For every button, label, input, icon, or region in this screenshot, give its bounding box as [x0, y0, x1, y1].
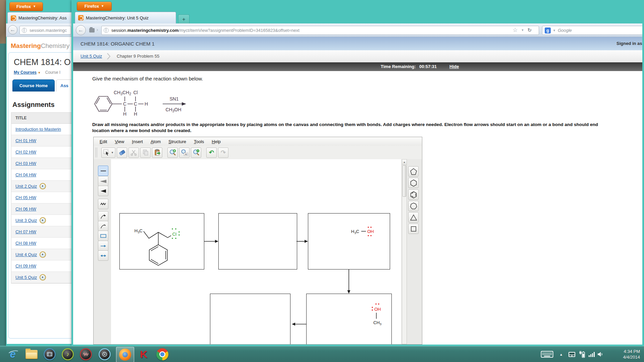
cyclobutane-template-tool[interactable]	[408, 224, 419, 234]
assignment-link[interactable]: Unit 4 Quiz	[15, 252, 37, 257]
assignment-link[interactable]: Introduction to Masterin	[15, 127, 61, 132]
taskbar-internet-explorer-icon[interactable]: e	[5, 346, 20, 362]
menu-tools[interactable]: Tools	[194, 139, 204, 144]
assignment-link[interactable]: Unit 3 Quiz	[15, 218, 37, 223]
zoom-out-button[interactable]	[191, 147, 201, 158]
mechanism-box-product[interactable]: OH CH3	[306, 294, 392, 344]
course-link-partial[interactable]: Course I	[45, 70, 60, 75]
url-bar[interactable]: session.masteringchemistry.com/myct/item…	[101, 26, 539, 35]
scrollbar-thumb[interactable]	[402, 165, 406, 197]
taskbar-disc-app-icon[interactable]	[97, 346, 112, 362]
benzene-template-tool[interactable]	[408, 189, 419, 200]
paste-button[interactable]	[152, 147, 162, 158]
solid-wedge-icon	[100, 187, 107, 195]
scroll-up-arrow-icon[interactable]: ▲	[402, 160, 407, 165]
assignment-link[interactable]: CH 04 HW	[15, 172, 36, 177]
url-bar[interactable]: session.masteringc	[19, 26, 71, 35]
back-button[interactable]: ←	[76, 25, 86, 35]
undo-button[interactable]: ↶	[206, 147, 217, 158]
hashed-wedge-bond-tool[interactable]	[98, 176, 108, 186]
hydroxyl-label: OH	[367, 229, 374, 234]
zoom-in-icon	[169, 149, 176, 156]
back-button[interactable]: ←	[8, 25, 17, 35]
hide-timer-link[interactable]: Hide	[449, 64, 459, 69]
taskbar-file-explorer-icon[interactable]	[24, 346, 39, 362]
double-headed-arrow-tool[interactable]	[98, 250, 108, 261]
menu-edit[interactable]: Edit	[100, 139, 107, 144]
action-center-tray-icon[interactable]	[568, 346, 576, 362]
chevron-down-icon[interactable]: ▼	[521, 28, 524, 32]
eraser-tool-button[interactable]	[117, 147, 127, 158]
assignment-link[interactable]: CH 06 HW	[15, 206, 36, 212]
mechanism-box-start[interactable]: H3C Cl	[119, 213, 204, 269]
select-tool-button[interactable]: ▼	[101, 147, 115, 158]
rectangle-tool[interactable]	[98, 231, 108, 241]
logo-part-2: Chemistry	[41, 42, 70, 49]
menu-help[interactable]: Help	[212, 139, 221, 144]
arrow-tool[interactable]	[98, 241, 108, 251]
assignment-link[interactable]: Unit 2 Quiz	[15, 184, 37, 189]
taskbar-firefox-active[interactable]	[116, 347, 134, 362]
solid-wedge-bond-tool[interactable]	[98, 186, 108, 196]
taskbar-audio-app-icon[interactable]	[78, 346, 93, 362]
taskbar-chrome-icon[interactable]	[154, 346, 170, 362]
assignment-link[interactable]: Unit 5 Quiz	[15, 275, 37, 280]
menu-insert[interactable]: Insert	[132, 139, 143, 144]
volume-tray-icon[interactable]	[597, 346, 604, 362]
menu-structure[interactable]: Structure	[168, 139, 186, 144]
active-tab[interactable]: MasteringChemistry: Unit 5 Quiz	[75, 12, 176, 23]
search-box[interactable]: g ▼ Google	[542, 26, 642, 35]
assignment-link[interactable]: CH 02 HW	[15, 149, 36, 155]
menu-view[interactable]: View	[115, 139, 124, 144]
drawing-canvas[interactable]: H3C Cl	[111, 159, 401, 344]
network-tray-icon[interactable]	[588, 346, 595, 362]
chevron-down-icon[interactable]: ▼	[553, 29, 556, 32]
firefox-menu-button[interactable]: Firefox ▼	[9, 2, 43, 11]
mechanism-box-empty-1[interactable]	[218, 213, 297, 269]
breadcrumb-link[interactable]: Unit 5 Quiz	[80, 54, 102, 59]
squiggle-bond-tool[interactable]	[98, 199, 108, 209]
taskbar-kaspersky-icon[interactable]: K	[136, 346, 152, 362]
mechanism-box-methanol[interactable]: H3C OH	[308, 213, 390, 269]
keyboard-tray-icon[interactable]	[541, 346, 553, 362]
curved-arrow-tool[interactable]	[98, 211, 108, 222]
cyclopropane-template-tool[interactable]	[408, 212, 419, 223]
zoom-in-button[interactable]	[167, 147, 178, 158]
applet-scrollbar[interactable]: ▲	[402, 159, 407, 344]
cyclopentane-template-tool[interactable]	[408, 166, 419, 177]
taskbar-video-app-icon[interactable]	[42, 346, 57, 362]
curved-half-arrow-tool[interactable]	[98, 221, 108, 231]
assignment-link[interactable]: CH 05 HW	[15, 195, 36, 200]
mechanism-box-empty-2[interactable]	[210, 294, 290, 344]
assignment-link[interactable]: CH 01 HW	[15, 138, 36, 143]
bookmarks-icon[interactable]	[89, 28, 95, 33]
new-tab-button[interactable]: +	[178, 14, 190, 24]
show-hidden-icons-button[interactable]: ▲	[559, 346, 563, 362]
single-bond-icon	[100, 167, 107, 175]
power-tray-icon[interactable]	[579, 346, 585, 362]
foreground-browser-window[interactable]: Firefox ▼ MasteringChemistry: Unit 5 Qui…	[71, 0, 644, 347]
taskbar-music-app-icon[interactable]: ♪	[60, 346, 75, 362]
folder-icon	[25, 350, 38, 359]
single-bond-tool[interactable]	[98, 166, 108, 176]
assignment-link[interactable]: CH 03 HW	[15, 161, 36, 166]
assignments-tab[interactable]: Ass	[56, 79, 72, 92]
background-browser-window[interactable]: Firefox ▼ MasteringChemistry: Ass ← sess…	[6, 0, 72, 346]
assignment-link[interactable]: CH 07 HW	[15, 229, 36, 234]
bookmark-star-icon[interactable]: ☆	[513, 26, 518, 34]
molecule-drawing-applet[interactable]: EditViewInsertAtomStructureToolsHelp ▼	[93, 137, 422, 345]
chevron-down-icon: ▼	[33, 5, 36, 8]
browser-tab[interactable]: MasteringChemistry: Ass	[7, 12, 72, 23]
firefox-menu-button[interactable]: Firefox ▼	[77, 2, 112, 11]
cyclohexane-template-tool[interactable]	[408, 178, 419, 188]
course-home-tab[interactable]: Course Home	[12, 79, 55, 92]
taskbar-clock[interactable]: 4:34 PM 4/4/2014	[611, 346, 640, 362]
toolbar-grip[interactable]	[95, 147, 97, 158]
zoom-all-button[interactable]: All	[179, 147, 190, 158]
reload-icon[interactable]: ↻	[527, 27, 532, 33]
menu-atom[interactable]: Atom	[151, 139, 161, 144]
assignment-link[interactable]: CH 09 HW	[15, 263, 36, 268]
my-courses-link[interactable]: My Courses	[14, 70, 37, 75]
assignment-link[interactable]: CH 08 HW	[15, 241, 36, 246]
cycloheptane-template-tool[interactable]	[408, 201, 419, 211]
